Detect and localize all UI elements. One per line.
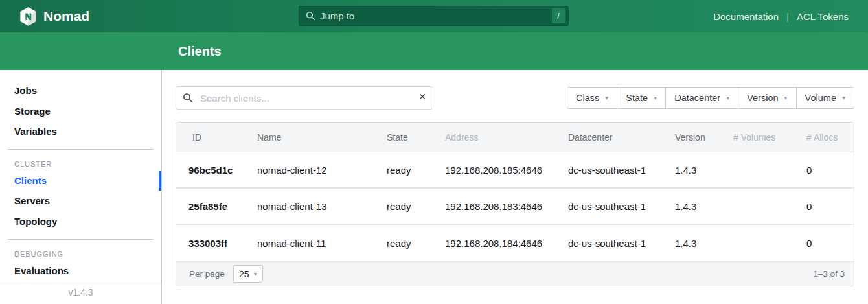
documentation-link[interactable]: Documentation	[713, 11, 779, 22]
table-row[interactable]: 25fa85fe nomad-client-13 ready 192.168.2…	[176, 189, 854, 225]
client-state-cell: ready	[371, 189, 429, 225]
sidebar-item-evaluations[interactable]: Evaluations	[0, 261, 161, 281]
search-clients-input[interactable]	[176, 86, 433, 110]
main-layout: Jobs Storage Variables CLUSTER Clients S…	[0, 70, 868, 304]
client-name-cell: nomad-client-11	[241, 225, 371, 261]
client-state-cell: ready	[371, 225, 429, 261]
jump-to-search[interactable]: /	[299, 6, 569, 26]
client-datacenter-cell: dc-us-southeast-1	[552, 152, 659, 189]
pagination-range: 1–3 of 3	[813, 269, 845, 279]
sidebar-section-debugging: DEBUGGING	[0, 248, 161, 261]
client-datacenter-cell: dc-us-southeast-1	[552, 189, 659, 225]
sidebar-footer: v1.4.3	[0, 281, 161, 304]
sidebar: Jobs Storage Variables CLUSTER Clients S…	[0, 70, 162, 304]
sidebar-section-cluster: CLUSTER	[0, 158, 161, 170]
table-pagination-footer: Per page 25 ▾ 1–3 of 3	[176, 261, 854, 286]
client-volumes-cell	[717, 152, 790, 189]
table-row[interactable]: 96bc5d1c nomad-client-12 ready 192.168.2…	[176, 152, 854, 189]
client-volumes-cell	[717, 189, 790, 225]
column-header-version[interactable]: Version	[659, 123, 717, 152]
column-header-id[interactable]: ID	[176, 123, 241, 152]
client-allocs-cell: 0	[790, 225, 854, 261]
client-datacenter-cell: dc-us-southeast-1	[552, 225, 659, 261]
clear-search-icon[interactable]: ✕	[418, 91, 426, 102]
client-allocs-cell: 0	[790, 189, 854, 225]
filter-state-label: State	[626, 93, 648, 103]
acl-tokens-link[interactable]: ACL Tokens	[797, 11, 849, 22]
sidebar-item-topology[interactable]: Topology	[0, 211, 161, 231]
client-state-cell: ready	[371, 152, 429, 189]
page-header-bar: Clients	[0, 32, 868, 70]
clients-table: ID Name State Address Datacenter Version…	[176, 122, 854, 286]
client-volumes-cell	[717, 225, 790, 261]
top-navbar: Nomad / Documentation | ACL Tokens	[0, 0, 868, 32]
client-address-cell: 192.168.208.184:4646	[429, 225, 552, 261]
sidebar-item-jobs[interactable]: Jobs	[0, 80, 161, 100]
client-version-cell: 1.4.3	[659, 152, 717, 189]
shortcut-key-badge: /	[552, 8, 565, 23]
client-id-cell[interactable]: 333003ff	[176, 225, 241, 261]
sidebar-divider	[8, 239, 154, 240]
search-icon	[306, 11, 315, 21]
chevron-down-icon: ▾	[254, 271, 257, 277]
topbar-links: Documentation | ACL Tokens	[713, 11, 849, 22]
nomad-brand[interactable]: Nomad	[19, 7, 89, 26]
filter-version-button[interactable]: Version ▾	[738, 87, 796, 109]
facet-filter-group: Class ▾ State ▾ Datacenter ▾ Version ▾ V…	[567, 87, 854, 109]
clients-search: ✕	[176, 86, 433, 110]
per-page-value: 25	[239, 269, 249, 279]
filter-datacenter-button[interactable]: Datacenter ▾	[665, 87, 738, 109]
client-name-cell: nomad-client-12	[241, 152, 371, 189]
filter-datacenter-label: Datacenter	[674, 93, 720, 103]
chevron-down-icon: ▾	[784, 95, 788, 101]
page-title: Clients	[178, 44, 222, 59]
filter-class-label: Class	[576, 93, 599, 103]
table-row[interactable]: 333003ff nomad-client-11 ready 192.168.2…	[176, 225, 854, 261]
content-area: ✕ Class ▾ State ▾ Datacenter ▾ Version ▾	[162, 70, 868, 304]
client-version-cell: 1.4.3	[659, 225, 717, 261]
chevron-down-icon: ▾	[726, 95, 729, 101]
sidebar-item-variables[interactable]: Variables	[0, 121, 161, 141]
sidebar-item-clients[interactable]: Clients	[0, 170, 161, 191]
per-page-label: Per page	[189, 269, 225, 279]
clients-toolbar: ✕ Class ▾ State ▾ Datacenter ▾ Version ▾	[176, 86, 854, 110]
sidebar-item-storage[interactable]: Storage	[0, 100, 161, 121]
version-label: v1.4.3	[0, 281, 161, 304]
client-version-cell: 1.4.3	[659, 189, 717, 225]
filter-state-button[interactable]: State ▾	[617, 87, 666, 109]
links-separator: |	[786, 11, 789, 22]
client-id-cell[interactable]: 96bc5d1c	[176, 152, 241, 189]
client-allocs-cell: 0	[790, 152, 854, 189]
jump-to-input[interactable]	[320, 10, 552, 21]
column-header-name[interactable]: Name	[241, 123, 371, 152]
brand-label: Nomad	[43, 8, 89, 24]
client-address-cell: 192.168.208.185:4646	[429, 152, 552, 189]
per-page-select[interactable]: 25 ▾	[233, 265, 263, 283]
nomad-logo-icon	[19, 7, 37, 26]
client-name-cell: nomad-client-13	[241, 189, 371, 225]
client-id-cell[interactable]: 25fa85fe	[176, 189, 241, 225]
search-icon	[183, 93, 193, 103]
column-header-volumes: # Volumes	[717, 123, 790, 152]
table-header-row: ID Name State Address Datacenter Version…	[176, 123, 854, 152]
filter-class-button[interactable]: Class ▾	[567, 87, 617, 109]
chevron-down-icon: ▾	[605, 95, 608, 101]
column-header-address: Address	[429, 123, 552, 152]
chevron-down-icon: ▾	[654, 95, 657, 101]
column-header-datacenter[interactable]: Datacenter	[552, 123, 659, 152]
column-header-state[interactable]: State	[371, 123, 429, 152]
filter-volume-button[interactable]: Volume ▾	[796, 87, 854, 109]
sidebar-item-servers[interactable]: Servers	[0, 191, 161, 211]
filter-volume-label: Volume	[805, 93, 836, 103]
sidebar-divider	[8, 149, 154, 150]
client-address-cell: 192.168.208.183:4646	[429, 189, 552, 225]
chevron-down-icon: ▾	[842, 95, 845, 101]
column-header-allocs: # Allocs	[790, 123, 854, 152]
filter-version-label: Version	[747, 93, 778, 103]
